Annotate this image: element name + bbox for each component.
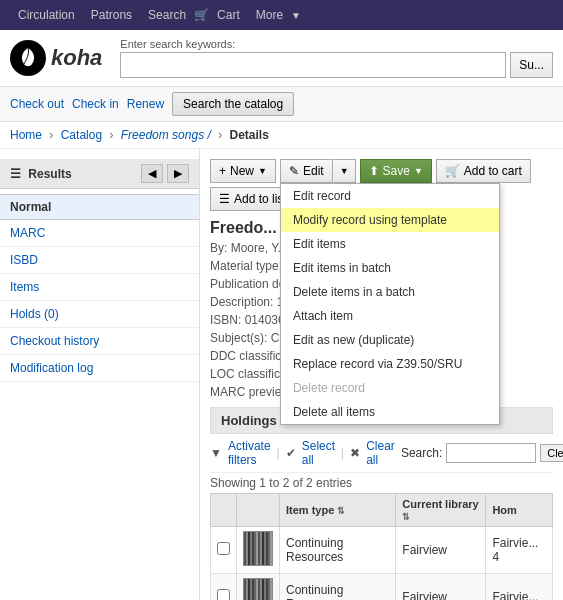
search-container: Enter search keywords: Su... (120, 38, 553, 78)
nav-search[interactable]: Search (140, 8, 194, 22)
clear-all-link[interactable]: Clear all (366, 439, 395, 467)
nav-circulation[interactable]: Circulation (10, 8, 83, 22)
dropdown-modify-template[interactable]: Modify record using template (281, 208, 499, 232)
item-type-label: Item type (286, 504, 334, 516)
search-row: Su... (120, 52, 553, 78)
breadcrumb-current: Details (230, 128, 269, 142)
row2-home: Fairvie... (486, 574, 553, 601)
search-catalog-button[interactable]: Search the catalog (172, 92, 294, 116)
cart-icon: 🛒 (194, 8, 209, 22)
holdings-table: Item type ⇅ Current library ⇅ Hom (210, 493, 553, 600)
new-button[interactable]: + New ▼ (210, 159, 276, 183)
nav-patrons[interactable]: Patrons (83, 8, 140, 22)
more-dropdown-icon: ▼ (291, 10, 301, 21)
current-library-label: Current library (402, 498, 478, 510)
cart-add-icon: 🛒 (445, 164, 460, 178)
search-bar-area: koha Enter search keywords: Su... (0, 30, 563, 87)
toolbar: + New ▼ ✎ Edit ▼ Edit record Modify reco… (210, 159, 553, 211)
table-header-icon (237, 494, 280, 527)
dropdown-replace-record[interactable]: Replace record via Z39.50/SRU (281, 352, 499, 376)
search-submit-button[interactable]: Su... (510, 52, 553, 78)
row1-item-icon (243, 531, 273, 566)
edit-button[interactable]: ✎ Edit (280, 159, 333, 183)
sidebar-prev-button[interactable]: ◀ (141, 164, 163, 183)
add-to-cart-button[interactable]: 🛒 Add to cart (436, 159, 531, 183)
row1-home: Fairvie... 4 (486, 527, 553, 574)
holdings-clear-button[interactable]: Clear (540, 444, 563, 462)
breadcrumb-sep-2: › (109, 128, 113, 142)
top-navigation: Circulation Patrons Search 🛒 Cart More ▼ (0, 0, 563, 30)
save-btn-group: ⬆ Save ▼ (360, 159, 432, 183)
new-dropdown-icon: ▼ (258, 166, 267, 176)
dropdown-edit-batch[interactable]: Edit items in batch (281, 256, 499, 280)
table-header-item-type[interactable]: Item type ⇅ (280, 494, 396, 527)
search-label: Enter search keywords: (120, 38, 553, 50)
sidebar-item-marc[interactable]: MARC (0, 220, 199, 247)
main-layout: ☰ Results ◀ ▶ Normal MARC ISBD Items Hol… (0, 149, 563, 600)
records-count-top: Showing 1 to 2 of 2 entries (210, 473, 553, 493)
row2-icon-cell (237, 574, 280, 601)
save-button[interactable]: ⬆ Save ▼ (360, 159, 432, 183)
sidebar-item-items[interactable]: Items (0, 274, 199, 301)
sidebar-results-label: ☰ Results (10, 167, 72, 181)
row2-checkbox[interactable] (217, 589, 230, 600)
filter-bar: ▼ Activate filters | ✔ Select all | ✖ Cl… (210, 434, 553, 473)
plus-icon: + (219, 164, 226, 178)
breadcrumb-record[interactable]: Freedom songs / (121, 128, 211, 142)
koha-logo-text: koha (51, 45, 102, 71)
table-header-home[interactable]: Hom (486, 494, 553, 527)
breadcrumb-sep-1: › (49, 128, 53, 142)
main-content: + New ▼ ✎ Edit ▼ Edit record Modify reco… (200, 149, 563, 600)
row1-checkbox[interactable] (217, 542, 230, 555)
save-icon: ⬆ (369, 164, 379, 178)
holdings-search-input[interactable] (446, 443, 536, 463)
breadcrumb-home[interactable]: Home (10, 128, 42, 142)
sidebar-item-isbd[interactable]: ISBD (0, 247, 199, 274)
select-all-link[interactable]: Select all (302, 439, 335, 467)
row1-current-library: Fairview (396, 527, 486, 574)
holdings-search-label: Search: (401, 446, 442, 460)
search-input[interactable] (120, 52, 506, 78)
dropdown-attach-item[interactable]: Attach item (281, 304, 499, 328)
filter-icon: ▼ (210, 446, 222, 460)
dropdown-edit-duplicate[interactable]: Edit as new (duplicate) (281, 328, 499, 352)
checkmark-icon: ✔ (286, 446, 296, 460)
table-header-current-library[interactable]: Current library ⇅ (396, 494, 486, 527)
sidebar-item-modification-log[interactable]: Modification log (0, 355, 199, 382)
koha-leaf-icon (16, 46, 40, 70)
table-row: Continuing Resources Fairview Fairvie... (211, 574, 553, 601)
activate-filters-link[interactable]: Activate filters (228, 439, 271, 467)
check-in-link[interactable]: Check in (72, 97, 119, 111)
results-icon: ☰ (10, 167, 21, 181)
breadcrumb-catalog[interactable]: Catalog (61, 128, 102, 142)
dropdown-edit-record[interactable]: Edit record (281, 184, 499, 208)
sidebar-item-checkout-history[interactable]: Checkout history (0, 328, 199, 355)
sidebar-item-holds[interactable]: Holds (0) (0, 301, 199, 328)
edit-dropdown-arrow: ▼ (340, 166, 349, 176)
holdings-search-field: Search: Clear (401, 443, 563, 463)
save-dropdown-icon: ▼ (414, 166, 423, 176)
edit-btn-group: ✎ Edit ▼ Edit record Modify record using… (280, 159, 356, 183)
row2-current-library: Fairview (396, 574, 486, 601)
row2-checkbox-cell (211, 574, 237, 601)
sort-icon: ⇅ (337, 506, 345, 516)
row1-checkbox-cell (211, 527, 237, 574)
nav-more[interactable]: More (248, 8, 291, 22)
dropdown-delete-record[interactable]: Delete record (281, 376, 499, 400)
koha-logo: koha (10, 40, 102, 76)
table-header-checkbox (211, 494, 237, 527)
table-row: Continuing Resources Fairview Fairvie...… (211, 527, 553, 574)
sidebar-next-button[interactable]: ▶ (167, 164, 189, 183)
pencil-icon: ✎ (289, 164, 299, 178)
dropdown-edit-items[interactable]: Edit items (281, 232, 499, 256)
renew-link[interactable]: Renew (127, 97, 164, 111)
action-links-bar: Check out Check in Renew Search the cata… (0, 87, 563, 122)
edit-dropdown-toggle[interactable]: ▼ (333, 159, 356, 183)
sidebar-nav-buttons: ◀ ▶ (141, 164, 189, 183)
dropdown-delete-all-items[interactable]: Delete all items (281, 400, 499, 424)
home-label: Hom (492, 504, 516, 516)
check-out-link[interactable]: Check out (10, 97, 64, 111)
pipe-2: | (341, 446, 344, 460)
nav-cart[interactable]: Cart (209, 8, 248, 22)
dropdown-delete-batch[interactable]: Delete items in a batch (281, 280, 499, 304)
